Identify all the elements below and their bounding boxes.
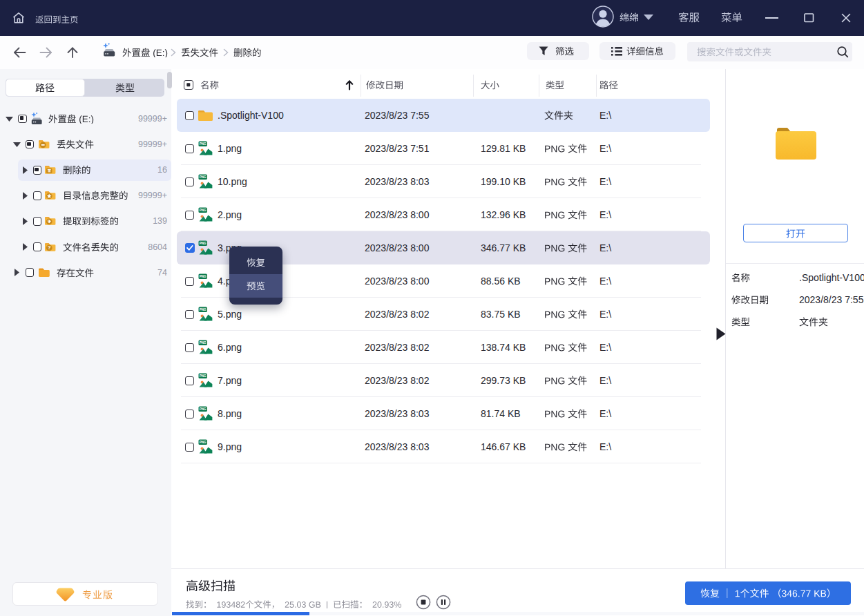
svg-text:PNG: PNG — [200, 374, 207, 378]
svg-text:PNG: PNG — [200, 407, 207, 411]
svg-text:PNG: PNG — [200, 341, 207, 345]
svg-text:PNG: PNG — [200, 175, 207, 179]
svg-text:?: ? — [48, 244, 51, 251]
svg-text:PNG: PNG — [200, 142, 207, 146]
svg-text:PNG: PNG — [200, 441, 207, 444]
svg-text:PNG: PNG — [200, 242, 207, 245]
svg-text:PNG: PNG — [200, 275, 207, 278]
svg-text:PNG: PNG — [200, 308, 207, 311]
svg-text:PNG: PNG — [200, 209, 207, 212]
